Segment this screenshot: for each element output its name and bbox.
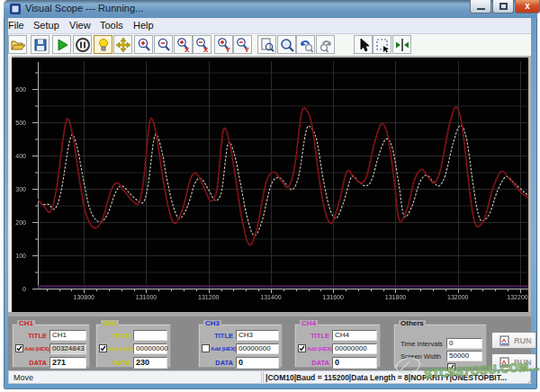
- open-icon: [10, 37, 26, 53]
- others-legend: Others: [399, 320, 426, 327]
- status-right: |COM10|Baud = 115200|Data Length = 8|NOP…: [263, 370, 531, 384]
- check-icon: [100, 345, 106, 352]
- channel-legend: CH2: [101, 320, 119, 327]
- menu-view[interactable]: View: [69, 20, 91, 31]
- toolbar: XXYY: [8, 34, 531, 56]
- run-icon: [54, 37, 70, 53]
- title-input[interactable]: CH4: [332, 330, 377, 341]
- pan-icon: [115, 37, 131, 53]
- screen-width-input[interactable]: 50000: [446, 351, 482, 361]
- close-button[interactable]: x: [515, 0, 540, 13]
- zoom-window-button[interactable]: [277, 35, 296, 54]
- data-label: DATA: [14, 359, 47, 367]
- check-icon: [448, 364, 454, 370]
- title-label: TITLE: [98, 332, 130, 340]
- zoom-page-button[interactable]: [257, 35, 276, 54]
- light-button[interactable]: [94, 35, 112, 54]
- undo-zoom-icon: [298, 37, 314, 53]
- open-button[interactable]: [8, 35, 27, 54]
- svg-text:X: X: [203, 46, 209, 53]
- center-button[interactable]: [392, 35, 411, 54]
- zoom-x-out-button[interactable]: X: [193, 35, 212, 54]
- minimize-icon: [477, 8, 485, 10]
- redo-zoom-button[interactable]: [316, 35, 335, 54]
- plot-zone: [8, 56, 531, 312]
- add-hex-input[interactable]: 00324843: [50, 343, 86, 354]
- window-title: Visual Scope --- Running...: [25, 3, 143, 13]
- center-icon: [394, 37, 410, 53]
- zoom-x-in-icon: X: [176, 37, 192, 53]
- maximize-button[interactable]: [492, 0, 514, 13]
- pause-button[interactable]: [73, 35, 92, 54]
- select-region-icon: [374, 37, 391, 53]
- select-region-button[interactable]: [373, 35, 392, 54]
- run-button-1[interactable]: RUN: [491, 332, 536, 349]
- cursor-icon: [356, 37, 372, 53]
- resize-grip[interactable]: [526, 374, 536, 385]
- data-label: DATA: [98, 359, 130, 367]
- zoom-out-button[interactable]: [154, 35, 173, 54]
- add-hex-input[interactable]: 00000000: [332, 343, 377, 354]
- minimize-button[interactable]: [470, 0, 491, 13]
- title-label: TITLE: [297, 332, 329, 340]
- save-button[interactable]: [31, 35, 50, 54]
- others-box: OthersTime Intervals0Screen Width50000: [393, 324, 487, 368]
- menu-bar: File Setup View Tools Help: [8, 18, 531, 34]
- title-input[interactable]: [133, 330, 167, 341]
- title-bar: Visual Scope --- Running... x: [4, 0, 537, 18]
- menu-tools[interactable]: Tools: [100, 20, 123, 31]
- channel-box-ch1: CH1TITLECH1Add (HEX)00324843DATA271: [12, 324, 90, 368]
- zoom-in-button[interactable]: [134, 35, 153, 54]
- add-hex-checkbox[interactable]: [99, 344, 107, 352]
- menu-setup[interactable]: Setup: [33, 20, 59, 31]
- data-value: 0: [236, 357, 279, 369]
- zoom-y-in-button[interactable]: Y: [214, 35, 233, 54]
- status-left: Move: [8, 370, 262, 384]
- pan-button[interactable]: [113, 35, 132, 54]
- run-button-label: RUN: [514, 358, 532, 367]
- close-icon: x: [516, 1, 539, 11]
- undo-zoom-button[interactable]: [296, 35, 315, 54]
- channel-legend: CH3: [203, 320, 221, 327]
- channel-legend: CH1: [17, 320, 35, 327]
- zoom-page-icon: [259, 37, 275, 53]
- svg-text:Y: Y: [245, 46, 250, 53]
- zoom-y-out-button[interactable]: Y: [233, 35, 252, 54]
- run-button[interactable]: [52, 35, 71, 54]
- channel-box-ch3: CH3TITLECH3Add (HEX)00000000DATA0: [198, 324, 283, 368]
- zoom-out-icon: [156, 37, 172, 53]
- panel-top-strip: [8, 312, 531, 316]
- title-input[interactable]: CH3: [236, 330, 279, 341]
- check-icon: [299, 345, 305, 352]
- pause-icon: [75, 37, 91, 53]
- menu-help[interactable]: Help: [133, 20, 154, 31]
- zoom-x-in-button[interactable]: X: [174, 35, 193, 54]
- redo-zoom-icon: [318, 37, 334, 53]
- add-hex-checkbox[interactable]: [202, 344, 210, 352]
- data-value: 0: [332, 357, 377, 369]
- scope-plot[interactable]: [12, 58, 528, 312]
- channel-box-ch2: CH2TITLEAdd (HEX)00000000DATA230: [95, 324, 171, 368]
- title-input[interactable]: CH1: [50, 330, 86, 341]
- check-icon: [16, 345, 22, 352]
- cursor-button[interactable]: [354, 35, 373, 54]
- zoom-y-out-icon: Y: [235, 37, 251, 53]
- add-hex-checkbox[interactable]: [298, 344, 306, 352]
- add-hex-input[interactable]: 00000000: [133, 343, 167, 354]
- screen-width-label: Screen Width: [400, 352, 447, 361]
- menu-file[interactable]: File: [8, 20, 24, 31]
- maximize-icon: [500, 3, 508, 10]
- data-value: 271: [50, 357, 86, 369]
- channel-legend: CH4: [300, 320, 318, 327]
- data-label: DATA: [297, 359, 329, 367]
- run-button-2[interactable]: RUN: [491, 353, 536, 370]
- add-hex-input[interactable]: 00000000: [236, 343, 279, 354]
- add-hex-label: Add (HEX): [108, 346, 132, 352]
- channel-box-ch4: CH4TITLECH4Add (HEX)00000000DATA0: [294, 324, 381, 368]
- zoom-in-icon: [136, 37, 152, 53]
- zoom-window-icon: [279, 37, 295, 53]
- data-label: DATA: [201, 359, 233, 367]
- run-button-icon: [500, 357, 510, 368]
- time-intervals-input[interactable]: 0: [446, 338, 482, 349]
- add-hex-checkbox[interactable]: [15, 344, 23, 352]
